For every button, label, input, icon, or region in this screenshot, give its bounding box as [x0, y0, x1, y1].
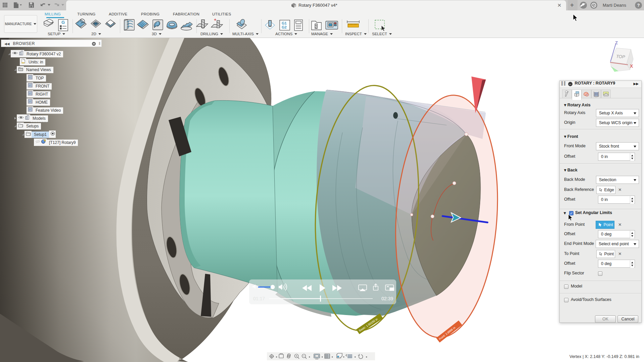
svg-text:X: X: [630, 63, 633, 69]
svg-text:02:39: 02:39: [381, 296, 393, 301]
svg-text:01:17: 01:17: [253, 296, 265, 301]
svg-text:G1: G1: [282, 21, 287, 25]
svg-text:+: +: [214, 17, 217, 22]
svg-text:Z: Z: [615, 40, 618, 45]
svg-text:G: G: [61, 20, 65, 25]
svg-text:G2: G2: [282, 25, 287, 29]
svg-text:TOP: TOP: [616, 54, 625, 59]
